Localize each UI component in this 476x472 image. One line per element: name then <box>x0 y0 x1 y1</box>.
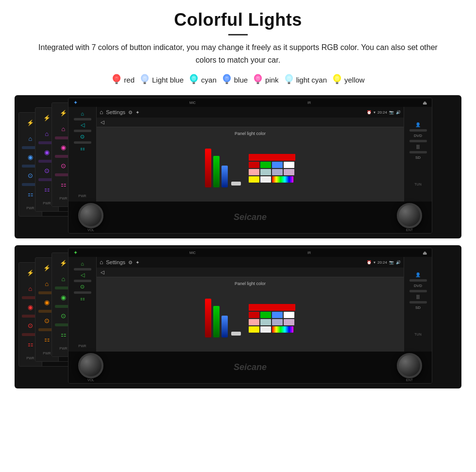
bulb-pink-icon <box>253 73 263 86</box>
power-icon-r2-3: ⚡ <box>60 260 67 267</box>
sw-b1-r2 <box>272 312 283 318</box>
color-label-red: red <box>124 76 135 84</box>
ent-label-2: ENT <box>406 378 413 382</box>
screen-content-row1: Panel light color <box>97 127 404 202</box>
statusbar-row2: ⌂ Settings ⚙ ✦ ⏰ ▾ 20:24 📷 🔊 <box>97 257 404 268</box>
panel-light-label-row1: Panel light color <box>235 131 266 136</box>
svg-rect-26 <box>336 82 339 84</box>
nav-bar-1 <box>74 118 91 120</box>
main-panel-row2: ✦ MIC IR ⏏ ⌂ ◁ ⊙ <box>68 248 432 384</box>
body-row2: ⌂ ◁ ⊙ ⚏ PWR ⌂ <box>68 257 432 352</box>
mic-row2: MIC <box>189 251 196 254</box>
gradient-bars-row1 <box>205 149 242 187</box>
color-label-lightblue: Light blue <box>152 76 184 84</box>
svg-point-25 <box>335 76 340 81</box>
color-item-yellow: yellow <box>332 73 365 86</box>
pwr-text-1: PWR <box>26 206 34 210</box>
bt-top-row2: ✦ <box>73 250 78 256</box>
description-text: Integrated with 7 colors of button indic… <box>29 41 447 66</box>
pwr-text-2: PWR <box>43 202 51 205</box>
color-item-cyan: cyan <box>188 73 217 86</box>
top-strip-row2: ✦ MIC IR ⏏ <box>68 248 432 257</box>
sw-w2 <box>260 176 271 183</box>
main-panel-row1: ✦ MIC IR ⏏ ⌂ ◁ ⊙ <box>68 98 432 234</box>
svg-rect-6 <box>143 82 146 84</box>
palette-row2 <box>205 299 295 337</box>
pin-row2: ✦ <box>136 260 139 265</box>
gb-blue-r2 <box>221 316 228 337</box>
dvd-right: DVD <box>414 134 422 138</box>
usr-main-row2: ⚏ <box>80 295 85 302</box>
home-main-row2: ⌂ <box>81 261 84 267</box>
ent-knob-wrap-1: ENT <box>397 203 422 232</box>
svg-rect-3 <box>116 83 118 84</box>
sw-rainbow <box>272 176 293 183</box>
swatch-big-red <box>249 154 295 161</box>
settings-cog: ⚙ <box>128 110 133 115</box>
svg-point-1 <box>114 76 119 81</box>
cam-main: ⊙ <box>80 134 85 140</box>
sw-p2 <box>284 169 294 175</box>
swatches-row2 <box>249 304 295 333</box>
sw-r2 <box>249 169 259 175</box>
sw-y <box>249 176 259 183</box>
screen-row2: ⌂ Settings ⚙ ✦ ⏰ ▾ 20:24 📷 🔊 <box>97 257 404 352</box>
vol-knob-wrap-1: VOL <box>78 203 103 232</box>
vol-knob-1[interactable] <box>78 203 103 228</box>
page-container: Colorful Lights Integrated with 7 colors… <box>0 0 476 403</box>
title-divider <box>228 34 248 35</box>
watermark-row1: Seicane <box>234 212 267 222</box>
wifi-row2: ▾ <box>374 260 375 265</box>
r-bar-3 <box>409 151 427 153</box>
sw-b2-r2 <box>272 319 283 325</box>
vol-knob-wrap-2: VOL <box>78 353 103 382</box>
svg-rect-10 <box>193 82 195 84</box>
time-display: 20:24 <box>377 110 387 115</box>
color-item-lightblue: Light blue <box>139 73 184 86</box>
color-item-lightcyan: light cyan <box>284 73 327 86</box>
ent-knob-1[interactable] <box>397 203 422 228</box>
bt-top-icon: ✦ <box>73 100 78 106</box>
back-main-row2: ◁ <box>81 272 85 278</box>
sw-y-r2 <box>249 326 259 333</box>
bt-icon-3: ⚡ <box>60 110 67 117</box>
cam-status-row2: 📷 <box>389 260 394 265</box>
title-section: Colorful Lights Integrated with 7 colors… <box>15 10 461 66</box>
r-bar-2 <box>409 140 427 142</box>
color-icons-row: red Light blue <box>15 73 461 86</box>
vol-knob-2[interactable] <box>78 353 103 378</box>
pwr-text-3: PWR <box>59 197 67 200</box>
sw-b2 <box>272 169 283 175</box>
device-row-1: ⚡ ⌂ ◉ ⊙ ⚏ PWR <box>15 95 461 238</box>
grad-bars-row2 <box>205 299 242 337</box>
right-controls-row1: 👤 DVD ||| SD TUN <box>404 107 432 202</box>
bulb-lightcyan-icon <box>284 73 294 86</box>
nav-bar-2 <box>74 130 91 132</box>
ir-label-top: IR <box>307 101 311 104</box>
page-title: Colorful Lights <box>15 10 461 30</box>
left-controls-row1: ⌂ ◁ ⊙ ⚏ PWR <box>68 107 97 202</box>
eject-row2: ⏏ <box>423 250 427 255</box>
sw-g2 <box>260 169 271 175</box>
home-nav: ⌂ <box>100 109 103 116</box>
panel-label-row2: Panel light color <box>235 281 266 286</box>
mic-label-top: MIC <box>189 101 196 104</box>
svg-rect-27 <box>336 83 339 84</box>
panel-body-row1: ⌂ ◁ ⊙ ⚏ PWR ⌂ <box>68 107 432 202</box>
sw-p2-r2 <box>284 319 294 325</box>
color-swatches-row1 <box>249 154 295 183</box>
vol-label-1: VOL <box>87 228 94 232</box>
color-label-yellow: yellow <box>344 76 365 84</box>
swatch-row2 <box>249 162 295 168</box>
device-row-2: ⚡ ⌂ ◉ ⊙ ⚏ PWR <box>15 245 461 388</box>
gb-red-r2 <box>205 299 211 337</box>
power-icon-r2-2: ⚡ <box>43 265 51 271</box>
sw-w1 <box>284 162 294 168</box>
gb-green-r2 <box>213 306 220 337</box>
ent-knob-2[interactable] <box>397 353 422 378</box>
pwr-r2-2: PWR <box>43 352 51 355</box>
eject-top: ⏏ <box>423 100 427 105</box>
settings-pin: ✦ <box>136 110 139 115</box>
svg-point-13 <box>224 76 229 81</box>
watermark-row2: Seicane <box>234 362 267 372</box>
